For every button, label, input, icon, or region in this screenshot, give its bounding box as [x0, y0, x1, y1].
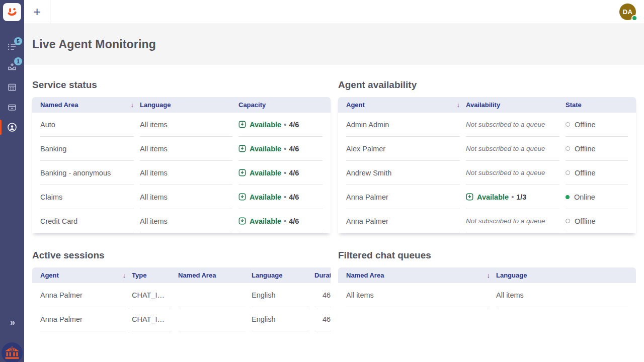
named-area-cell — [178, 307, 246, 331]
language-cell: All items — [140, 137, 232, 161]
capacity-cell: Available • 4/6 — [238, 161, 323, 185]
puzzel-smiley-icon — [6, 6, 19, 19]
content: Service status Named Area ↓ Language Cap… — [24, 65, 644, 331]
column-header-state[interactable]: State — [566, 101, 628, 109]
tenant-bank-button[interactable]: $ — [2, 342, 23, 362]
new-tab-button[interactable]: + — [24, 0, 50, 24]
service-status-header-row: Named Area ↓ Language Capacity — [32, 97, 331, 113]
main-area: + DA Live Agent Monitoring Service statu… — [24, 0, 644, 331]
table-row[interactable]: All items All items — [338, 283, 636, 307]
sidebar-item-queues[interactable]: 5 — [0, 37, 24, 57]
language-cell: English — [252, 283, 308, 307]
agent-availability-table: Agent ↓ Availability State Admin Admin N… — [338, 97, 636, 233]
active-sessions-table: Agent ↓ Type Named Area Language Duratio… — [32, 267, 331, 331]
table-row[interactable]: Anna Palmer Not subscribed to a queue Of… — [338, 209, 636, 233]
capacity-available-icon — [238, 121, 246, 128]
avatar-presence-dot — [631, 15, 637, 21]
panel-active-sessions: Active sessions Agent ↓ Type Named Area … — [32, 250, 331, 331]
offline-state-icon — [566, 122, 570, 127]
service-status-table: Named Area ↓ Language Capacity Auto All … — [32, 97, 331, 233]
sidebar-item-inbox[interactable]: 1 — [0, 57, 24, 77]
availability-cell: Not subscribed to a queue — [466, 209, 559, 233]
table-row[interactable]: Andrew Smith Not subscribed to a queue O… — [338, 161, 636, 185]
column-header-capacity[interactable]: Capacity — [238, 101, 323, 109]
named-area-cell: All items — [346, 283, 490, 307]
language-cell: English — [252, 307, 308, 331]
topbar: + DA — [24, 0, 644, 24]
language-cell: All items — [140, 209, 232, 233]
title-band: Live Agent Monitoring — [24, 24, 644, 65]
column-header-agent[interactable]: Agent ↓ — [346, 101, 460, 109]
state-cell: Offline — [566, 137, 628, 161]
column-header-availability[interactable]: Availability — [466, 101, 559, 109]
sidebar-item-live-agents[interactable] — [0, 117, 24, 137]
state-cell: Offline — [566, 113, 628, 137]
sort-down-icon: ↓ — [487, 272, 491, 279]
sidebar-item-calendar[interactable] — [0, 77, 24, 97]
table-row[interactable]: Anna Palmer CHAT_I… English 46 — [32, 283, 331, 307]
svg-text:$: $ — [11, 347, 14, 352]
capacity-available-icon — [466, 193, 473, 201]
duration-cell: 46 — [314, 283, 331, 307]
column-header-duration[interactable]: Duration — [314, 272, 331, 279]
availability-cell: Not subscribed to a queue — [466, 161, 559, 185]
table-row[interactable]: Anna Palmer CHAT_I… English 46 — [32, 307, 331, 331]
named-area-cell: Claims — [40, 185, 134, 209]
sidebar-item-archive[interactable] — [0, 97, 24, 117]
type-cell: CHAT_I… — [132, 307, 172, 331]
availability-cell: Not subscribed to a queue — [466, 113, 559, 137]
column-header-language[interactable]: Language — [252, 272, 308, 279]
panel-agent-availability: Agent availability Agent ↓ Availability … — [338, 79, 636, 233]
table-row[interactable]: Admin Admin Not subscribed to a queue Of… — [338, 113, 636, 137]
named-area-cell: Banking — [40, 137, 134, 161]
column-header-named-area[interactable]: Named Area ↓ — [40, 101, 134, 109]
offline-state-icon — [566, 146, 570, 151]
state-cell: Online — [566, 185, 628, 209]
capacity-available-icon — [238, 169, 246, 176]
panel-filtered-chat-queues: Filtered chat queues Named Area ↓ Langua… — [338, 250, 636, 331]
panel-title-active-sessions: Active sessions — [32, 250, 331, 261]
capacity-cell: Available • 4/6 — [238, 209, 323, 233]
named-area-cell: Banking - anonymous — [40, 161, 134, 185]
sort-down-icon: ↓ — [131, 101, 134, 109]
named-area-cell: Credit Card — [40, 209, 134, 233]
table-row[interactable]: Alex Palmer Not subscribed to a queue Of… — [338, 137, 636, 161]
column-header-language[interactable]: Language — [496, 272, 628, 279]
table-row[interactable]: Anna Palmer Available • 1/3 Online — [338, 185, 636, 209]
named-area-cell — [178, 283, 246, 307]
column-header-language[interactable]: Language — [140, 101, 232, 109]
sidebar-expand-button[interactable]: » — [0, 312, 24, 332]
table-row[interactable]: Claims All items Available • 4/6 — [32, 185, 331, 209]
agent-cell: Anna Palmer — [346, 209, 460, 233]
plus-icon: + — [33, 4, 41, 20]
column-header-named-area[interactable]: Named Area ↓ — [346, 272, 490, 279]
language-cell: All items — [496, 283, 628, 307]
archive-icon — [7, 102, 17, 112]
double-chevron-right-icon: » — [10, 317, 14, 328]
topbar-spacer — [50, 0, 619, 24]
agent-broadcast-icon — [7, 122, 18, 133]
column-header-type[interactable]: Type — [132, 272, 172, 279]
table-row[interactable]: Auto All items Available • 4/6 — [32, 113, 331, 137]
agent-cell: Andrew Smith — [346, 161, 460, 185]
active-indicator — [0, 120, 2, 135]
agent-cell: Admin Admin — [346, 113, 460, 137]
filtered-chat-queues-table: Named Area ↓ Language All items All item… — [338, 267, 636, 307]
inbox-badge: 1 — [14, 57, 22, 65]
agent-cell: Anna Palmer — [346, 185, 460, 209]
agent-cell: Anna Palmer — [40, 307, 126, 331]
app-logo[interactable] — [3, 3, 21, 21]
language-cell: All items — [140, 113, 232, 137]
panel-title-agent-availability: Agent availability — [338, 79, 636, 90]
online-state-icon — [566, 195, 570, 199]
table-row[interactable]: Credit Card All items Available • 4/6 — [32, 209, 331, 233]
duration-cell: 46 — [314, 307, 331, 331]
column-header-agent[interactable]: Agent ↓ — [40, 272, 126, 279]
capacity-cell: Available • 4/6 — [238, 137, 323, 161]
capacity-available-icon — [238, 145, 246, 152]
user-avatar[interactable]: DA — [619, 4, 636, 20]
table-row[interactable]: Banking - anonymous All items Available … — [32, 161, 331, 185]
capacity-available-icon — [238, 193, 246, 201]
column-header-named-area[interactable]: Named Area — [178, 272, 246, 279]
table-row[interactable]: Banking All items Available • 4/6 — [32, 137, 331, 161]
